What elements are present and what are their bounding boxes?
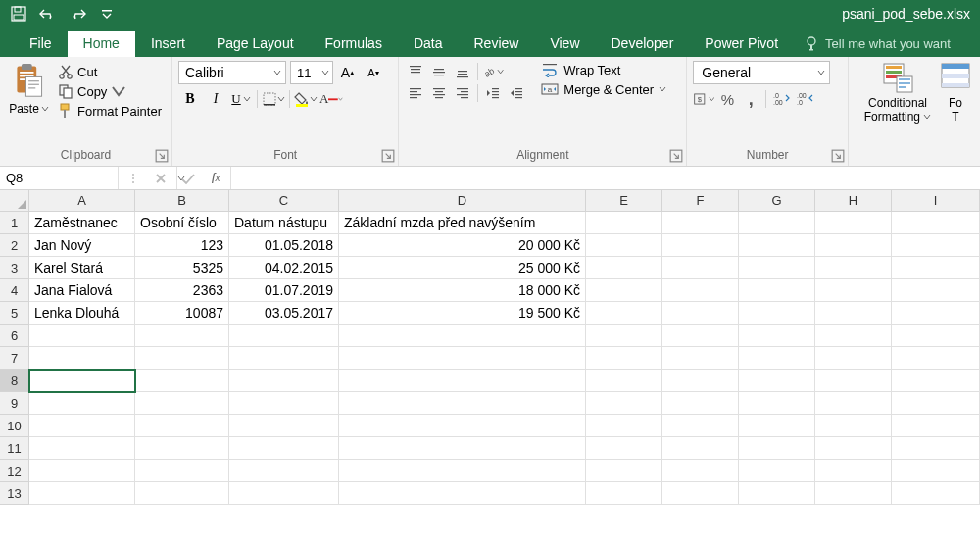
cell-G3[interactable]: [739, 257, 815, 279]
cell-D3[interactable]: 25 000 Kč: [339, 257, 586, 279]
cell-A6[interactable]: [29, 325, 135, 347]
increase-indent-button[interactable]: [506, 82, 527, 104]
cell-B2[interactable]: 123: [135, 234, 229, 257]
tab-home[interactable]: Home: [68, 31, 135, 57]
col-header-C[interactable]: C: [229, 190, 339, 211]
align-center-button[interactable]: [428, 82, 450, 104]
cell-E11[interactable]: [586, 437, 662, 460]
decrease-font-button[interactable]: A▾: [363, 62, 384, 83]
cell-H6[interactable]: [815, 325, 892, 347]
comma-button[interactable]: ,: [740, 88, 761, 110]
bold-button[interactable]: B: [178, 88, 202, 110]
cell-I9[interactable]: [892, 392, 980, 415]
cell-B6[interactable]: [135, 325, 229, 347]
cell-A8[interactable]: [29, 370, 135, 392]
cell-G13[interactable]: [739, 482, 815, 505]
row-header-6[interactable]: 6: [0, 325, 29, 347]
cell-D4[interactable]: 18 000 Kč: [339, 279, 586, 302]
tab-review[interactable]: Review: [459, 31, 535, 57]
italic-button[interactable]: I: [204, 88, 227, 110]
font-color-button[interactable]: A: [319, 88, 343, 110]
tab-power-pivot[interactable]: Power Pivot: [689, 31, 794, 57]
increase-decimal-button[interactable]: .0.00: [770, 88, 792, 110]
clipboard-dialog-launcher[interactable]: [155, 149, 169, 163]
increase-font-button[interactable]: A▴: [337, 62, 359, 83]
alignment-dialog-launcher[interactable]: [669, 149, 683, 163]
font-dialog-launcher[interactable]: [381, 149, 395, 163]
cell-E4[interactable]: [586, 279, 662, 302]
format-as-table-button[interactable]: FoT: [941, 61, 970, 162]
cell-G5[interactable]: [739, 302, 815, 325]
cell-B7[interactable]: [135, 347, 229, 370]
col-header-I[interactable]: I: [892, 190, 980, 211]
tab-file[interactable]: File: [14, 31, 68, 57]
cell-H10[interactable]: [815, 415, 892, 437]
cell-D13[interactable]: [339, 482, 586, 505]
cell-I11[interactable]: [892, 437, 980, 460]
cell-E13[interactable]: [586, 482, 662, 505]
align-left-button[interactable]: [405, 82, 426, 104]
cell-I5[interactable]: [892, 302, 980, 325]
cell-E10[interactable]: [586, 415, 662, 437]
tab-view[interactable]: View: [534, 31, 595, 57]
cell-B10[interactable]: [135, 415, 229, 437]
cell-G6[interactable]: [739, 325, 815, 347]
insert-function-button[interactable]: fx: [205, 171, 226, 186]
redo-button[interactable]: [65, 3, 90, 25]
cell-G9[interactable]: [739, 392, 815, 415]
tab-data[interactable]: Data: [398, 31, 459, 57]
save-button[interactable]: [6, 3, 31, 25]
cell-I8[interactable]: [892, 370, 980, 392]
tab-formulas[interactable]: Formulas: [310, 31, 398, 57]
cell-H7[interactable]: [815, 347, 892, 370]
cell-F4[interactable]: [662, 279, 739, 302]
cell-A12[interactable]: [29, 460, 135, 482]
cell-G8[interactable]: [739, 370, 815, 392]
col-header-H[interactable]: H: [815, 190, 892, 211]
cell-I6[interactable]: [892, 325, 980, 347]
cell-F11[interactable]: [662, 437, 739, 460]
row-header-5[interactable]: 5: [0, 302, 29, 325]
cell-C5[interactable]: 03.05.2017: [229, 302, 339, 325]
cell-D7[interactable]: [339, 347, 586, 370]
cell-G2[interactable]: [739, 234, 815, 257]
number-format-select[interactable]: General: [693, 61, 830, 84]
cell-A5[interactable]: Lenka Dlouhá: [29, 302, 135, 325]
cell-F9[interactable]: [662, 392, 739, 415]
row-header-3[interactable]: 3: [0, 257, 29, 279]
cell-D6[interactable]: [339, 325, 586, 347]
cell-C2[interactable]: 01.05.2018: [229, 234, 339, 257]
cell-A3[interactable]: Karel Stará: [29, 257, 135, 279]
font-size-select[interactable]: 11: [290, 61, 333, 84]
cell-G1[interactable]: [739, 212, 815, 234]
paste-button[interactable]: Paste: [6, 61, 52, 142]
conditional-formatting-button[interactable]: ConditionalFormatting: [858, 61, 937, 162]
cell-D9[interactable]: [339, 392, 586, 415]
cell-D1[interactable]: Základní mzda před navýšením: [339, 212, 586, 234]
cut-button[interactable]: Cut: [54, 63, 166, 80]
number-dialog-launcher[interactable]: [831, 149, 845, 163]
cell-E7[interactable]: [586, 347, 662, 370]
col-header-B[interactable]: B: [135, 190, 229, 211]
cell-D2[interactable]: 20 000 Kč: [339, 234, 586, 257]
cell-B8[interactable]: [135, 370, 229, 392]
cell-E12[interactable]: [586, 460, 662, 482]
tab-insert[interactable]: Insert: [135, 31, 201, 57]
cell-C9[interactable]: [229, 392, 339, 415]
cell-H5[interactable]: [815, 302, 892, 325]
cell-F6[interactable]: [662, 325, 739, 347]
cell-E3[interactable]: [586, 257, 662, 279]
cell-B12[interactable]: [135, 460, 229, 482]
cell-H1[interactable]: [815, 212, 892, 234]
cell-A10[interactable]: [29, 415, 135, 437]
cell-C11[interactable]: [229, 437, 339, 460]
cell-G4[interactable]: [739, 279, 815, 302]
cell-E8[interactable]: [586, 370, 662, 392]
bottom-align-button[interactable]: [452, 61, 473, 82]
cell-F8[interactable]: [662, 370, 739, 392]
col-header-G[interactable]: G: [739, 190, 815, 211]
underline-button[interactable]: U: [229, 88, 253, 110]
cell-B13[interactable]: [135, 482, 229, 505]
cell-E9[interactable]: [586, 392, 662, 415]
cell-F10[interactable]: [662, 415, 739, 437]
